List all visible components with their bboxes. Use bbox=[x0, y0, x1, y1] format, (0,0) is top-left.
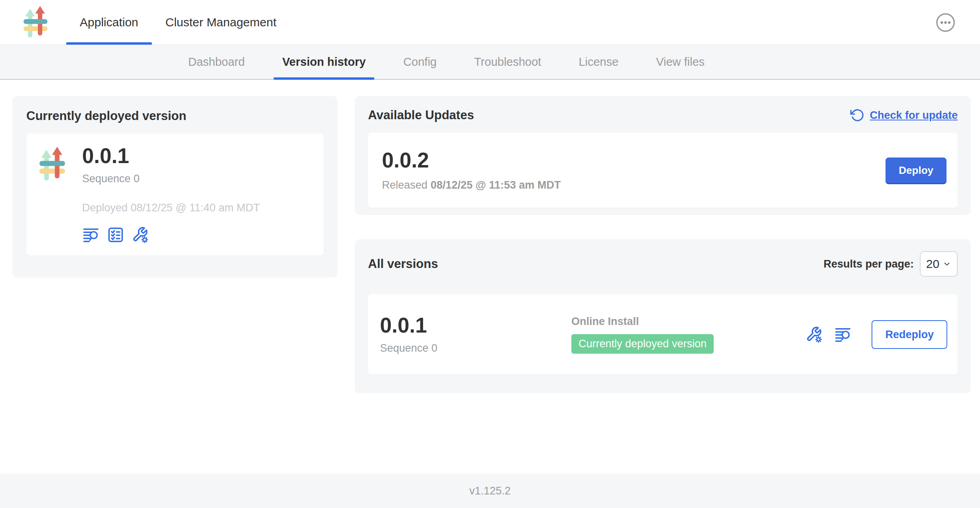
currently-deployed-card: Currently deployed version 0.0.1 Sequenc… bbox=[12, 96, 338, 278]
update-row: 0.0.2 Released08/12/25 @ 11:53 am MDT De… bbox=[368, 133, 958, 208]
config-wrench-gear-icon[interactable] bbox=[805, 326, 823, 343]
app-logo-arrows-icon bbox=[38, 146, 66, 182]
update-released-timestamp: Released08/12/25 @ 11:53 am MDT bbox=[382, 179, 561, 191]
version-row-info: 0.0.1 Sequence 0 bbox=[380, 314, 571, 354]
deployed-version-info: 0.0.1 Sequence 0 Deployed 08/12/25 @ 11:… bbox=[82, 145, 260, 244]
logs-search-icon[interactable] bbox=[834, 326, 852, 343]
more-menu-button[interactable] bbox=[935, 12, 956, 33]
deployed-version-number: 0.0.1 bbox=[82, 145, 260, 167]
deployed-sequence: Sequence 0 bbox=[82, 173, 260, 185]
app-logo bbox=[0, 0, 66, 45]
released-label: Released bbox=[382, 179, 427, 191]
check-for-update-label: Check for update bbox=[870, 109, 958, 122]
header-tabs: Application Cluster Management bbox=[66, 0, 290, 45]
version-history-page: Application Cluster Management Dashboard… bbox=[0, 0, 980, 508]
config-wrench-gear-icon[interactable] bbox=[132, 226, 149, 244]
available-updates-title: Available Updates bbox=[368, 108, 474, 122]
update-version-number: 0.0.2 bbox=[382, 149, 561, 171]
update-info: 0.0.2 Released08/12/25 @ 11:53 am MDT bbox=[382, 149, 561, 192]
app-subnav: Dashboard Version history Config Trouble… bbox=[0, 45, 980, 80]
row-version-number: 0.0.1 bbox=[380, 314, 571, 337]
tab-troubleshoot-label: Troubleshoot bbox=[474, 55, 541, 69]
tab-dashboard-label: Dashboard bbox=[188, 55, 245, 69]
currently-deployed-badge: Currently deployed version bbox=[571, 334, 714, 354]
logs-search-icon[interactable] bbox=[82, 226, 100, 244]
row-sequence: Sequence 0 bbox=[380, 342, 571, 354]
more-dots-icon bbox=[935, 12, 956, 33]
version-row: 0.0.1 Sequence 0 Online Install Currentl… bbox=[368, 294, 958, 374]
deployed-timestamp: Deployed 08/12/25 @ 11:40 am MDT bbox=[82, 202, 260, 214]
results-per-page-select[interactable]: 20 bbox=[920, 251, 958, 277]
deployed-version-actions bbox=[82, 226, 260, 244]
tab-license[interactable]: License bbox=[570, 45, 627, 79]
preflight-checklist-icon[interactable] bbox=[107, 226, 124, 244]
tab-config-label: Config bbox=[403, 55, 437, 69]
all-versions-card: All versions Results per page: 20 0.0.1 … bbox=[355, 239, 971, 393]
available-updates-card: Available Updates Check for update 0.0.2… bbox=[355, 96, 971, 215]
tab-cluster-management[interactable]: Cluster Management bbox=[152, 0, 290, 45]
tab-dashboard[interactable]: Dashboard bbox=[179, 45, 254, 79]
redeploy-button[interactable]: Redeploy bbox=[872, 320, 947, 349]
tab-view-files[interactable]: View files bbox=[647, 45, 713, 79]
tab-application[interactable]: Application bbox=[66, 0, 152, 45]
tab-config[interactable]: Config bbox=[394, 45, 445, 79]
install-type-label: Online Install bbox=[571, 315, 805, 328]
released-date: 08/12/25 @ 11:53 am MDT bbox=[431, 179, 561, 191]
version-row-actions: Redeploy bbox=[805, 320, 947, 349]
app-logo-small bbox=[38, 145, 66, 244]
tab-version-history-label: Version history bbox=[282, 55, 366, 69]
refresh-icon bbox=[850, 108, 864, 122]
tab-view-files-label: View files bbox=[656, 55, 704, 69]
results-per-page-value: 20 bbox=[926, 257, 939, 271]
chevron-down-icon bbox=[943, 260, 951, 268]
currently-deployed-version-card: 0.0.1 Sequence 0 Deployed 08/12/25 @ 11:… bbox=[26, 134, 324, 256]
currently-deployed-title: Currently deployed version bbox=[26, 109, 324, 123]
tab-cluster-management-label: Cluster Management bbox=[165, 16, 276, 29]
version-row-status: Online Install Currently deployed versio… bbox=[571, 315, 805, 354]
results-per-page-label: Results per page: bbox=[823, 258, 914, 270]
tab-troubleshoot[interactable]: Troubleshoot bbox=[465, 45, 550, 79]
footer: v1.125.2 bbox=[0, 474, 980, 508]
top-navbar: Application Cluster Management bbox=[0, 0, 980, 45]
tab-version-history[interactable]: Version history bbox=[274, 45, 375, 79]
tab-application-label: Application bbox=[80, 16, 138, 29]
results-per-page: Results per page: 20 bbox=[823, 251, 958, 277]
main-content: Currently deployed version 0.0.1 Sequenc… bbox=[0, 80, 980, 474]
all-versions-title: All versions bbox=[368, 257, 438, 271]
check-for-update-link[interactable]: Check for update bbox=[850, 108, 958, 122]
tab-license-label: License bbox=[579, 55, 618, 69]
app-logo-arrows-icon bbox=[22, 6, 49, 39]
console-version: v1.125.2 bbox=[469, 485, 511, 497]
deploy-button[interactable]: Deploy bbox=[886, 158, 947, 183]
